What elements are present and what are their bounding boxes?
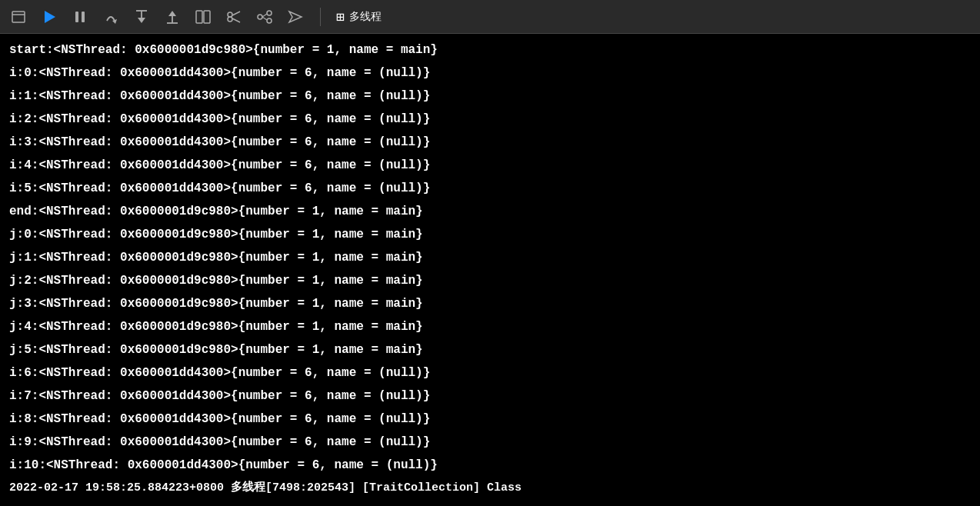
step-into-icon[interactable] [132, 8, 151, 26]
svg-rect-4 [82, 12, 85, 22]
console-line: j:0:<NSThread: 0x6000001d9c980>{number =… [9, 223, 971, 246]
grid-icon: ⊞ [336, 8, 345, 25]
step-out-icon[interactable] [163, 8, 182, 26]
toolbar: ⊞ 多线程 [0, 0, 980, 34]
scissors-icon[interactable] [225, 8, 243, 26]
svg-line-22 [262, 17, 267, 20]
console-line: i:10:<NSThread: 0x600001dd4300>{number =… [9, 454, 971, 477]
console-line: j:1:<NSThread: 0x6000001d9c980>{number =… [9, 246, 971, 269]
thread-label: ⊞ 多线程 [336, 8, 382, 25]
svg-point-18 [258, 15, 262, 19]
console-line: 2022-02-17 19:58:25.884223+0800 多线程[7498… [9, 477, 971, 500]
console-output: start:<NSThread: 0x6000001d9c980>{number… [0, 34, 980, 506]
console-line: i:6:<NSThread: 0x600001dd4300>{number = … [9, 361, 971, 384]
svg-rect-0 [12, 12, 25, 22]
svg-point-14 [228, 12, 232, 17]
svg-point-19 [267, 11, 272, 15]
svg-rect-12 [196, 11, 202, 23]
svg-point-20 [267, 18, 272, 23]
console-line: i:9:<NSThread: 0x600001dd4300>{number = … [9, 431, 971, 454]
svg-line-21 [262, 14, 267, 17]
step-over-icon[interactable] [102, 8, 120, 26]
thread-text: 多线程 [349, 10, 382, 24]
console-line: i:1:<NSThread: 0x600001dd4300>{number = … [9, 85, 971, 108]
console-line: end:<NSThread: 0x6000001d9c980>{number =… [9, 200, 971, 223]
console-line: i:0:<NSThread: 0x600001dd4300>{number = … [9, 62, 971, 85]
console-line: start:<NSThread: 0x6000001d9c980>{number… [9, 38, 971, 62]
toolbar-divider [320, 8, 321, 26]
console-line: j:3:<NSThread: 0x6000001d9c980>{number =… [9, 292, 971, 315]
svg-marker-7 [138, 18, 145, 23]
svg-line-17 [232, 18, 240, 22]
console-line: j:4:<NSThread: 0x6000001d9c980>{number =… [9, 315, 971, 338]
svg-rect-13 [204, 11, 210, 23]
svg-marker-23 [289, 12, 302, 22]
nodes-icon[interactable] [255, 8, 274, 26]
window-icon[interactable] [9, 8, 28, 26]
play-icon[interactable] [40, 8, 58, 26]
split-view-icon[interactable] [194, 8, 212, 26]
svg-rect-3 [75, 12, 78, 22]
console-line: j:5:<NSThread: 0x6000001d9c980>{number =… [9, 338, 971, 361]
svg-marker-2 [45, 11, 55, 23]
console-line: i:3:<NSThread: 0x600001dd4300>{number = … [9, 131, 971, 154]
location-icon[interactable] [286, 8, 305, 26]
console-line: i:2:<NSThread: 0x600001dd4300>{number = … [9, 108, 971, 131]
console-line: i:5:<NSThread: 0x600001dd4300>{number = … [9, 177, 971, 200]
console-line: i:4:<NSThread: 0x600001dd4300>{number = … [9, 154, 971, 177]
svg-line-16 [232, 12, 240, 15]
console-line: i:7:<NSThread: 0x600001dd4300>{number = … [9, 384, 971, 408]
svg-marker-10 [168, 11, 176, 16]
pause-icon[interactable] [71, 8, 89, 26]
console-line: j:2:<NSThread: 0x6000001d9c980>{number =… [9, 269, 971, 292]
console-line: i:8:<NSThread: 0x600001dd4300>{number = … [9, 408, 971, 431]
svg-point-15 [228, 17, 232, 22]
